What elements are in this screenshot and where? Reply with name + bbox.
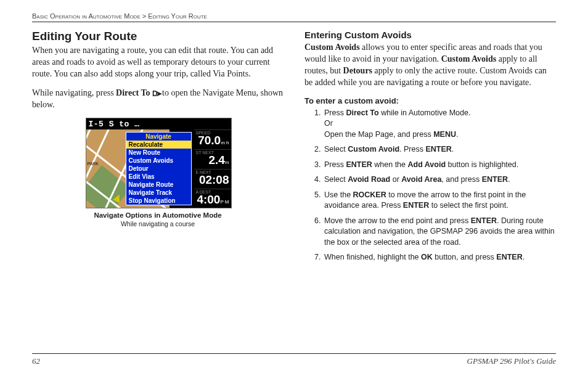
menu-item: Detour (126, 165, 191, 173)
step-item: Press ENTER when the Add Avoid button is… (323, 160, 556, 171)
instruction-paragraph: While navigating, press Direct To D➤ to … (32, 88, 284, 111)
intro-paragraph: When you are navigating a route, you can… (32, 45, 284, 80)
device-sidebar: SPEED 70.0m h ST NEXT 2.4m E NEXT 02:08 (194, 129, 231, 208)
step-item: Select Avoid Road or Avoid Area, and pre… (323, 174, 556, 186)
menu-title: Navigate (126, 133, 191, 141)
menu-item: Navigate Track (126, 189, 191, 197)
custom-avoids-paragraph: Custom Avoids allows you to enter specif… (304, 42, 556, 89)
menu-item: Recalculate (126, 141, 191, 149)
breadcrumb-part1: Basic Operation in Automotive Mode (32, 12, 141, 20)
steps-list: Press Direct To while in Automotive Mode… (304, 108, 556, 263)
guide-title: GPSMAP 296 Pilot's Guide (467, 356, 556, 366)
dist-value: 2.4 (208, 154, 224, 166)
menu-item: Custom Avoids (126, 157, 191, 165)
figure: I-5 S to … PARK SPEED (86, 118, 231, 227)
figure-caption-sub: While navigating a course (86, 220, 231, 227)
device-screenshot: I-5 S to … PARK SPEED (86, 118, 232, 208)
page-title: Editing Your Route (32, 30, 284, 43)
menu-item: New Route (126, 149, 191, 157)
menu-item: Navigate Route (126, 181, 191, 189)
step-item: Move the arrow to the end point and pres… (323, 216, 556, 248)
breadcrumb-part2: Editing Your Route (148, 12, 207, 20)
step-item: When finished, highlight the OK button, … (323, 252, 556, 263)
time-value: 02:08 (196, 174, 229, 185)
section-heading: Entering Custom Avoids (304, 30, 556, 40)
step-item: Use the ROCKER to move the arrow to the … (323, 190, 556, 211)
page-footer: 62 GPSMAP 296 Pilot's Guide (32, 353, 556, 366)
breadcrumb: Basic Operation in Automotive Mode > Edi… (32, 12, 556, 22)
column-left: Editing Your Route When you are navigati… (32, 27, 284, 268)
navigate-menu: Navigate RecalculateNew RouteCustom Avoi… (126, 132, 192, 205)
column-right: Entering Custom Avoids Custom Avoids all… (304, 27, 556, 268)
speed-value: 70.0 (198, 134, 221, 147)
breadcrumb-sep: > (142, 12, 146, 20)
step-item: Press Direct To while in Automotive Mode… (323, 108, 556, 141)
device-topbar: I-5 S to … (89, 120, 140, 129)
step-item: Select Custom Avoid. Press ENTER. (323, 144, 556, 155)
direct-to-icon: D➤ (152, 89, 160, 99)
menu-item: Stop Navigation (126, 197, 191, 205)
dest-value: 4:00 (197, 193, 220, 206)
park-label: PARK (88, 162, 99, 166)
figure-caption-title: Navigate Options in Automotive Mode (86, 211, 231, 219)
page-number: 62 (32, 356, 40, 366)
steps-heading: To enter a custom avoid: (304, 96, 556, 105)
menu-item: Edit Vias (126, 173, 191, 181)
